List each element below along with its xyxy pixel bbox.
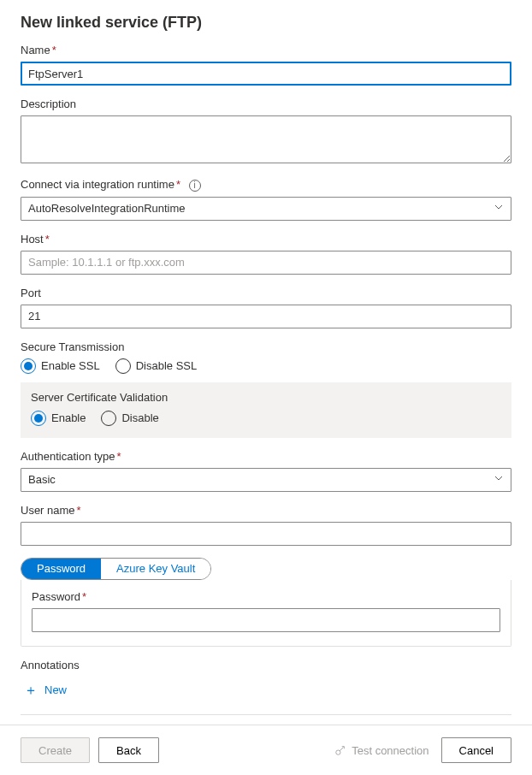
field-port: Port <box>21 287 511 328</box>
secure-transmission-label: Secure Transmission <box>21 340 511 353</box>
annotations-label: Annotations <box>21 659 511 671</box>
radio-cert-disable[interactable]: Disable <box>101 411 158 426</box>
auth-type-select[interactable]: Basic <box>21 468 511 492</box>
chevron-down-icon <box>494 202 504 215</box>
cancel-button[interactable]: Cancel <box>441 737 511 763</box>
runtime-label: Connect via integration runtime* i <box>21 178 511 192</box>
linked-service-form: New linked service (FTP) Name* Descripti… <box>0 0 532 775</box>
required-asterisk: * <box>117 450 121 463</box>
field-name: Name* <box>21 44 511 86</box>
name-input[interactable] <box>21 62 511 86</box>
divider <box>21 714 511 715</box>
field-credential: Password Azure Key Vault Password* <box>21 558 511 647</box>
field-auth-type: Authentication type* Basic <box>21 450 511 492</box>
add-annotation-button[interactable]: ＋ New <box>21 678 70 702</box>
field-secure-transmission: Secure Transmission Enable SSL Disable S… <box>21 340 511 438</box>
field-runtime: Connect via integration runtime* i AutoR… <box>21 178 511 221</box>
required-asterisk: * <box>45 233 50 246</box>
chevron-down-icon <box>494 473 504 486</box>
auth-type-label: Authentication type* <box>21 450 511 463</box>
cert-validation-label: Server Certificate Validation <box>31 391 501 404</box>
required-asterisk: * <box>176 178 180 191</box>
password-label: Password* <box>32 590 500 603</box>
runtime-value: AutoResolveIntegrationRuntime <box>28 202 186 215</box>
password-box: Password* <box>21 580 511 647</box>
radio-enable-ssl[interactable]: Enable SSL <box>21 358 100 374</box>
description-input[interactable] <box>21 115 511 163</box>
description-label: Description <box>21 98 511 110</box>
secure-transmission-radios: Enable SSL Disable SSL <box>21 358 511 374</box>
password-input[interactable] <box>32 608 500 632</box>
username-input[interactable] <box>21 522 511 546</box>
host-label: Host* <box>21 233 511 246</box>
footer-right: Test connection Cancel <box>334 737 511 763</box>
required-asterisk: * <box>82 590 86 603</box>
radio-disable-ssl[interactable]: Disable SSL <box>115 358 198 374</box>
info-icon[interactable]: i <box>189 180 201 192</box>
pill-password[interactable]: Password <box>21 559 101 579</box>
back-button[interactable]: Back <box>98 737 159 763</box>
auth-type-value: Basic <box>28 473 56 486</box>
port-input[interactable] <box>21 305 511 328</box>
cert-validation-block: Server Certificate Validation Enable Dis… <box>21 382 511 438</box>
field-description: Description <box>21 98 511 166</box>
pill-azure-key-vault[interactable]: Azure Key Vault <box>101 559 210 579</box>
footer-bar: Create Back Test connection Cancel <box>0 725 532 775</box>
create-button[interactable]: Create <box>21 737 90 763</box>
field-host: Host* <box>21 233 511 275</box>
connection-icon <box>334 744 346 756</box>
credential-source-toggle: Password Azure Key Vault <box>21 558 211 580</box>
footer-left: Create Back <box>21 737 159 763</box>
page-title: New linked service (FTP) <box>21 14 511 32</box>
cert-validation-radios: Enable Disable <box>31 411 501 426</box>
port-label: Port <box>21 287 511 299</box>
test-connection-button[interactable]: Test connection <box>334 744 429 757</box>
username-label: User name* <box>21 504 511 517</box>
required-asterisk: * <box>52 44 56 56</box>
field-username: User name* <box>21 504 511 546</box>
required-asterisk: * <box>77 504 81 517</box>
host-input[interactable] <box>21 251 511 275</box>
radio-cert-enable[interactable]: Enable <box>31 411 86 426</box>
name-label: Name* <box>21 44 511 56</box>
runtime-select[interactable]: AutoResolveIntegrationRuntime <box>21 197 511 221</box>
plus-icon: ＋ <box>24 683 38 697</box>
